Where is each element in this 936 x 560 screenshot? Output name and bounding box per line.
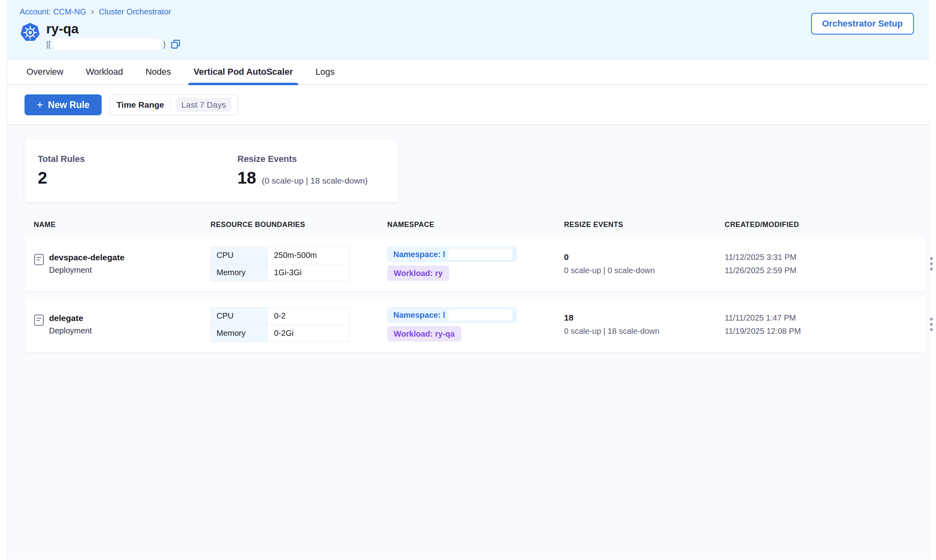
kubernetes-icon <box>20 22 41 43</box>
cpu-value: 0-2 <box>267 308 349 325</box>
rule-kind: Deployment <box>49 266 125 275</box>
namespace-cell: Namespace: l Workload: ry-qa <box>387 307 564 341</box>
title-row: ry-qa |[ ) <box>20 22 915 50</box>
total-rules-label: Total Rules <box>38 154 211 164</box>
cluster-orchestrator-page: Account: CCM-NG › Cluster Orchestrator <box>0 0 936 560</box>
table-header-row: NAME RESOURCE BOUNDARIES NAMESPACE RESIZ… <box>25 221 927 229</box>
resource-boundaries-table: CPU 0-2 Memory 0-2Gi <box>210 307 349 342</box>
time-range-selector[interactable]: Time Range Last 7 Days <box>110 94 239 115</box>
tab-bar: Overview Workload Nodes Vertical Pod Aut… <box>8 59 929 85</box>
rule-name[interactable]: devspace-delegate <box>49 253 125 262</box>
column-header-namespace: NAMESPACE <box>387 221 564 229</box>
resource-boundaries-cell: CPU 0-2 Memory 0-2Gi <box>210 307 387 342</box>
rule-name[interactable]: delegate <box>49 313 92 323</box>
created-date: 11/11/2025 1:47 PM <box>725 311 909 325</box>
tab-nodes[interactable]: Nodes <box>145 59 171 84</box>
workload-badge: Workload: ry-qa <box>387 326 461 341</box>
column-header-name: NAME <box>34 221 210 229</box>
resize-events-value: 18 <box>237 168 256 188</box>
namespace-badge-label: Namespace: l <box>393 311 445 320</box>
breadcrumb: Account: CCM-NG › Cluster Orchestrator <box>20 6 915 17</box>
orchestrator-setup-button[interactable]: Orchestrator Setup <box>811 13 914 35</box>
plus-icon: + <box>37 99 43 110</box>
resize-events-stat: Resize Events 18 (0 scale-up | 18 scale-… <box>224 154 411 188</box>
created-modified-cell: 11/11/2025 1:47 PM 11/19/2025 12:08 PM <box>725 311 909 338</box>
resize-events-cell: 18 0 scale-up | 18 scale-down <box>564 313 725 336</box>
tab-overview[interactable]: Overview <box>27 59 63 84</box>
main-content: Total Rules 2 Resize Events 18 (0 scale-… <box>8 125 929 559</box>
cluster-id-suffix: ) <box>163 40 166 49</box>
stats-card: Total Rules 2 Resize Events 18 (0 scale-… <box>25 139 398 202</box>
total-rules-value: 2 <box>38 168 47 188</box>
cpu-value: 250m-500m <box>267 247 349 264</box>
rule-kind: Deployment <box>49 326 92 335</box>
modified-date: 11/19/2025 12:08 PM <box>725 325 909 338</box>
time-range-value: Last 7 Days <box>176 98 232 112</box>
breadcrumb-separator-icon: › <box>91 6 94 17</box>
memory-value: 0-2Gi <box>267 325 349 341</box>
page-header: Account: CCM-NG › Cluster Orchestrator <box>8 0 929 59</box>
tab-logs[interactable]: Logs <box>315 59 335 84</box>
breadcrumb-account-link[interactable]: Account: CCM-NG <box>20 7 86 16</box>
created-modified-cell: 11/12/2025 3:31 PM 11/26/2025 2:59 PM <box>725 251 909 277</box>
resize-events-label: Resize Events <box>237 154 411 164</box>
resize-events-detail: (0 scale-up | 18 scale-down) <box>262 176 368 186</box>
rule-name-cell: delegate Deployment <box>34 313 210 335</box>
workload-badge: Workload: ry <box>387 266 449 281</box>
namespace-cell: Namespace: l Workload: ry <box>387 247 564 281</box>
row-actions-menu-icon[interactable] <box>923 253 936 275</box>
namespace-badge-label: Namespace: l <box>393 250 445 259</box>
modified-date: 11/26/2025 2:59 PM <box>725 264 909 277</box>
resize-events-breakdown: 0 scale-up | 18 scale-down <box>564 327 725 336</box>
content-frame: Account: CCM-NG › Cluster Orchestrator <box>7 0 929 560</box>
cluster-id-line: |[ ) <box>46 39 181 50</box>
document-icon <box>34 314 44 326</box>
tab-workload[interactable]: Workload <box>86 59 123 84</box>
memory-label: Memory <box>211 325 267 341</box>
resize-events-count: 18 <box>564 313 725 323</box>
title-block: ry-qa |[ ) <box>46 22 181 50</box>
cpu-label: CPU <box>211 247 267 264</box>
resource-boundaries-cell: CPU 250m-500m Memory 1Gi-3Gi <box>210 247 387 281</box>
new-rule-button[interactable]: + New Rule <box>25 94 102 115</box>
cluster-name: ry-qa <box>46 22 181 36</box>
resize-events-count: 0 <box>564 252 725 262</box>
created-date: 11/12/2025 3:31 PM <box>725 251 909 264</box>
new-rule-label: New Rule <box>48 100 90 110</box>
namespace-badge: Namespace: l <box>387 307 517 323</box>
total-rules-stat: Total Rules 2 <box>25 154 211 188</box>
memory-label: Memory <box>211 264 267 281</box>
copy-icon[interactable] <box>170 39 181 49</box>
resize-events-breakdown: 0 scale-up | 0 scale-down <box>564 266 725 275</box>
tab-vertical-pod-autoscaler[interactable]: Vertical Pod AutoScaler <box>194 59 293 84</box>
row-actions-menu-icon[interactable] <box>923 313 936 336</box>
toolbar: + New Rule Time Range Last 7 Days <box>8 85 929 125</box>
memory-value: 1Gi-3Gi <box>267 264 349 281</box>
column-header-created-modified: CREATED/MODIFIED <box>725 221 909 229</box>
document-icon <box>34 253 44 266</box>
time-range-label: Time Range <box>116 100 164 110</box>
resource-boundaries-table: CPU 250m-500m Memory 1Gi-3Gi <box>210 247 349 281</box>
table-row[interactable]: delegate Deployment CPU 0-2 Memory 0-2Gi <box>25 297 927 352</box>
cluster-id-redacted <box>53 39 161 50</box>
rule-name-cell: devspace-delegate Deployment <box>34 253 210 275</box>
namespace-redacted-value <box>448 249 512 260</box>
table-row[interactable]: devspace-delegate Deployment CPU 250m-50… <box>25 236 927 291</box>
resize-events-cell: 0 0 scale-up | 0 scale-down <box>564 252 725 275</box>
namespace-redacted-value <box>448 309 512 321</box>
time-range-divider <box>170 99 170 111</box>
column-header-resize-events: RESIZE EVENTS <box>564 221 725 229</box>
namespace-badge: Namespace: l <box>387 247 517 262</box>
cpu-label: CPU <box>211 308 267 325</box>
cluster-id-prefix: |[ <box>46 40 51 49</box>
breadcrumb-cluster-orchestrator-link[interactable]: Cluster Orchestrator <box>99 7 171 16</box>
column-header-resource-boundaries: RESOURCE BOUNDARIES <box>210 221 387 229</box>
